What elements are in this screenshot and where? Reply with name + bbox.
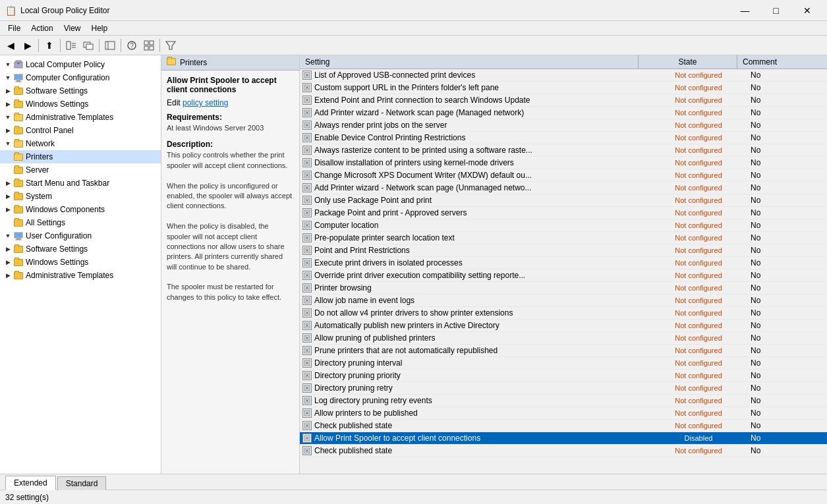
table-row[interactable]: Computer locationNot configuredNo [300,219,827,232]
sidebar-item-user-config[interactable]: ▼ User Configuration [0,229,161,242]
properties-button[interactable] [141,38,157,53]
sidebar-item-windows-settings-1[interactable]: ▶ Windows Settings [0,98,161,111]
filter-button[interactable] [163,38,179,53]
sidebar-item-software-settings-1[interactable]: ▶ Software Settings [0,84,161,98]
forward-button[interactable]: ▶ [20,38,36,53]
table-row[interactable]: Package Point and print - Approved serve… [300,207,827,219]
export-button[interactable] [102,38,118,53]
col-header-setting[interactable]: Setting [300,55,639,69]
new-window[interactable] [80,38,96,53]
table-row[interactable]: Point and Print RestrictionsNot configur… [300,244,827,257]
sidebar-item-control-panel[interactable]: ▶ Control Panel [0,124,161,137]
table-row[interactable]: Pre-populate printer search location tex… [300,232,827,244]
sidebar-item-system[interactable]: ▶ System [0,190,161,203]
tab-standard[interactable]: Standard [57,476,107,490]
table-row[interactable]: Override print driver execution compatib… [300,269,827,282]
cell-comment: No [748,357,827,369]
cell-comment: No [748,94,827,106]
show-hide-tree[interactable] [63,38,79,53]
table-row[interactable]: Do not allow v4 printer drivers to show … [300,307,827,320]
table-row[interactable]: Automatically publish new printers in Ac… [300,320,827,332]
sidebar-item-admin-templates-2[interactable]: ▶ Administrative Templates [0,269,161,282]
close-button[interactable]: ✕ [792,1,822,20]
table-row[interactable]: Always render print jobs on the serverNo… [300,119,827,132]
sidebar-item-all-settings[interactable]: All Settings [0,216,161,229]
table-row[interactable]: Add Printer wizard - Network scan page (… [300,182,827,194]
setting-icon [302,171,312,180]
table-row[interactable]: Allow pruning of published printersNot c… [300,332,827,345]
menu-help[interactable]: Help [86,22,113,34]
table-row[interactable]: Directory pruning intervalNot configured… [300,357,827,370]
toggle-windows-1[interactable]: ▶ [3,99,13,109]
back-button[interactable]: ◀ [3,38,18,53]
table-row[interactable]: Directory pruning priorityNot configured… [300,370,827,382]
col-header-state[interactable]: State [639,55,737,69]
table-row[interactable]: Allow printers to be publishedNot config… [300,407,827,420]
menu-file[interactable]: File [3,22,26,34]
icon-folder-windows-1 [13,99,24,109]
icon-folder-admin-2 [13,270,24,281]
cell-comment: No [748,119,827,131]
sidebar-item-admin-templates-1[interactable]: ▼ Administrative Templates [0,111,161,124]
settings-list[interactable]: List of Approved USB-connected print dev… [300,69,827,474]
table-row[interactable]: Change Microsoft XPS Document Writer (MX… [300,169,827,182]
table-row[interactable]: Custom support URL in the Printers folde… [300,82,827,94]
tree-root-item[interactable]: ▼ Local Computer Policy [0,58,161,71]
toggle-software-2[interactable]: ▶ [3,244,13,254]
col-header-comment[interactable]: Comment [737,55,816,69]
toggle-control-panel[interactable]: ▶ [3,125,13,136]
policy-title: Allow Print Spooler to accept client con… [167,76,294,94]
label-windows-settings-1: Windows Settings [26,99,88,109]
sidebar-item-server[interactable]: Server [0,163,161,177]
toggle-windows-2[interactable]: ▶ [3,257,13,267]
toggle-software-1[interactable]: ▶ [3,86,13,96]
maximize-button[interactable]: □ [761,1,791,20]
table-row[interactable]: Enable Device Control Printing Restricti… [300,132,827,144]
cell-state: Not configured [649,157,748,169]
toggle-system[interactable]: ▶ [3,191,13,202]
toggle-user-config[interactable]: ▼ [3,231,13,241]
table-row[interactable]: Check published stateNot configuredNo [300,420,827,432]
description-label: Description: [167,140,294,149]
sidebar-item-printers[interactable]: Printers [0,150,161,163]
policy-setting-link[interactable]: policy setting [183,98,228,107]
minimize-button[interactable]: — [730,1,760,20]
toggle-start-menu[interactable]: ▶ [3,178,13,188]
table-row[interactable]: Execute print drivers in isolated proces… [300,257,827,269]
sidebar-item-software-settings-2[interactable]: ▶ Software Settings [0,242,161,256]
table-row[interactable]: Prune printers that are not automaticall… [300,345,827,357]
table-row[interactable]: Printer browsingNot configuredNo [300,282,827,294]
table-row[interactable]: Allow Print Spooler to accept client con… [300,432,827,445]
toggle-admin-2[interactable]: ▶ [3,270,13,281]
table-row[interactable]: Allow job name in event logsNot configur… [300,294,827,307]
table-row[interactable]: Check published stateNot configuredNo [300,445,827,457]
table-row[interactable]: Always rasterize content to be printed u… [300,144,827,157]
table-row[interactable]: Directory pruning retryNot configuredNo [300,382,827,395]
sidebar-item-computer-config[interactable]: ▼ Computer Configuration [0,71,161,84]
toggle-network[interactable]: ▼ [3,138,13,149]
svg-rect-21 [15,75,22,79]
setting-icon [302,434,312,443]
tree-toggle-root[interactable]: ▼ [3,59,13,70]
help-button[interactable]: ? [124,38,140,53]
table-row[interactable]: Only use Package Point and printNot conf… [300,194,827,207]
sidebar-item-start-menu[interactable]: ▶ Start Menu and Taskbar [0,177,161,190]
table-row[interactable]: Add Printer wizard - Network scan page (… [300,107,827,119]
toggle-admin-1[interactable]: ▼ [3,112,13,123]
table-row[interactable]: List of Approved USB-connected print dev… [300,69,827,82]
sidebar-item-network[interactable]: ▼ Network [0,137,161,150]
sidebar-item-windows-settings-2[interactable]: ▶ Windows Settings [0,256,161,269]
cell-setting: Directory pruning priority [300,370,649,381]
table-row[interactable]: Log directory pruning retry eventsNot co… [300,395,827,407]
tab-extended[interactable]: Extended [5,476,56,490]
table-row[interactable]: Disallow installation of printers using … [300,157,827,169]
cell-setting: Execute print drivers in isolated proces… [300,257,649,269]
toggle-computer-config[interactable]: ▼ [3,72,13,83]
sidebar-item-windows-components[interactable]: ▶ Windows Components [0,203,161,216]
menu-action[interactable]: Action [26,22,58,34]
up-button[interactable]: ⬆ [42,38,57,53]
table-row[interactable]: Extend Point and Print connection to sea… [300,94,827,107]
menu-view[interactable]: View [59,22,86,34]
toggle-windows-components[interactable]: ▶ [3,204,13,215]
cell-state: Not configured [649,382,748,394]
